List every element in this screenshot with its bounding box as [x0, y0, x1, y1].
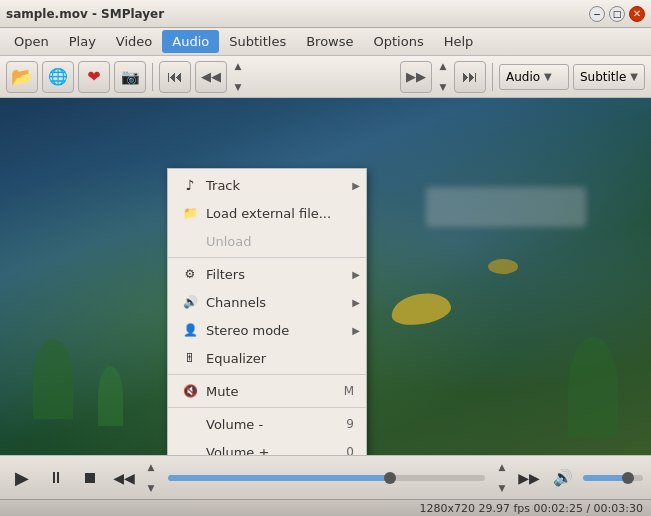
volume-button[interactable]: 🔊	[549, 464, 577, 492]
play-button[interactable]: ▶	[8, 464, 36, 492]
toolbar-screenshot-button[interactable]: 📷	[114, 61, 146, 93]
window-title: sample.mov - SMPlayer	[6, 7, 164, 21]
filters-icon: ⚙	[180, 264, 200, 284]
forward-dropdown[interactable]: ▲	[436, 56, 450, 76]
controls-next-icon: ▶▶	[518, 470, 540, 486]
toolbar-url-button[interactable]: 🌐	[42, 61, 74, 93]
seek-back-arrows: ▲ ▼	[144, 457, 158, 498]
seek-back-up[interactable]: ▲	[144, 457, 158, 477]
audio-menu-channels[interactable]: 🔊 Channels	[168, 288, 366, 316]
menu-play[interactable]: Play	[59, 30, 106, 53]
controls-bar: ▶ ⏸ ⏹ ◀◀ ▲ ▼ ▲ ▼ ▶▶ 🔊	[0, 455, 651, 499]
toolbar-open-button[interactable]: 📂	[6, 61, 38, 93]
menu-options[interactable]: Options	[364, 30, 434, 53]
rewind-dropdown2[interactable]: ▼	[231, 77, 245, 97]
audio-menu-unload: Unload	[168, 227, 366, 255]
fish-small-decoration	[488, 259, 518, 274]
toolbar-forward-button[interactable]: ▶▶	[400, 61, 432, 93]
pause-icon: ⏸	[48, 468, 64, 487]
load-icon: 📁	[180, 203, 200, 223]
seek-fwd-arrows: ▲ ▼	[495, 457, 509, 498]
time-total: 00:03:30	[594, 502, 643, 515]
menu-browse[interactable]: Browse	[296, 30, 363, 53]
plant-decoration-3	[568, 337, 618, 437]
seek-fwd-down[interactable]: ▼	[495, 478, 509, 498]
stop-icon: ⏹	[82, 468, 98, 487]
toolbar: 📂 🌐 ❤ 📷 ⏮ ◀◀ ▲ ▼ ▶▶ ▲ ▼ ⏭ Audio ▼	[0, 56, 651, 98]
equalizer-icon: 🎚	[180, 348, 200, 368]
titlebar: sample.mov - SMPlayer − □ ✕	[0, 0, 651, 28]
menu-subtitles[interactable]: Subtitles	[219, 30, 296, 53]
heart-icon: ❤	[87, 67, 100, 86]
rewind-icon: ◀◀	[201, 69, 221, 84]
controls-prev-button[interactable]: ◀◀	[110, 464, 138, 492]
audio-context-menu: ♪ Track 📁 Load external file... Unload ⚙…	[167, 168, 367, 455]
window-controls: − □ ✕	[589, 6, 645, 22]
audio-menu-volume-plus[interactable]: Volume + 0	[168, 438, 366, 455]
globe-icon: 🌐	[48, 67, 68, 86]
channels-icon: 🔊	[180, 292, 200, 312]
video-info-blur	[426, 187, 586, 227]
subtitle-dropdown-arrow: ▼	[630, 71, 638, 82]
audio-menu-divider-2	[168, 374, 366, 375]
audio-menu-divider-3	[168, 407, 366, 408]
forward-dropdown2[interactable]: ▼	[436, 77, 450, 97]
audio-dropdown[interactable]: Audio ▼	[499, 64, 569, 90]
mute-icon: 🔇	[180, 381, 200, 401]
audio-menu-track[interactable]: ♪ Track	[168, 171, 366, 199]
plant-decoration-2	[98, 366, 123, 426]
controls-prev-icon: ◀◀	[113, 470, 135, 486]
audio-menu-equalizer[interactable]: 🎚 Equalizer	[168, 344, 366, 372]
track-icon: ♪	[180, 175, 200, 195]
subtitle-dropdown-label: Subtitle	[580, 70, 626, 84]
play-icon: ▶	[15, 467, 29, 488]
unload-icon	[180, 231, 200, 251]
toolbar-favorites-button[interactable]: ❤	[78, 61, 110, 93]
resolution: 1280x720	[419, 502, 475, 515]
seek-handle[interactable]	[384, 472, 396, 484]
status-info: 1280x720 29.97 fps 00:02:25 / 00:03:30	[419, 502, 643, 515]
seek-fwd-up[interactable]: ▲	[495, 457, 509, 477]
toolbar-next-button[interactable]: ⏭	[454, 61, 486, 93]
volume-icon: 🔊	[553, 468, 573, 487]
maximize-button[interactable]: □	[609, 6, 625, 22]
minimize-button[interactable]: −	[589, 6, 605, 22]
toolbar-separator-2	[492, 63, 493, 91]
volume-handle[interactable]	[622, 472, 634, 484]
video-area: ♪ Track 📁 Load external file... Unload ⚙…	[0, 98, 651, 455]
time-current: 00:02:25	[533, 502, 582, 515]
seek-bar[interactable]	[168, 475, 485, 481]
menu-help[interactable]: Help	[434, 30, 484, 53]
toolbar-rewind-button[interactable]: ◀◀	[195, 61, 227, 93]
seek-back-down[interactable]: ▼	[144, 478, 158, 498]
audio-menu-stereo-mode[interactable]: 👤 Stereo mode	[168, 316, 366, 344]
audio-menu-load-external[interactable]: 📁 Load external file...	[168, 199, 366, 227]
plant-decoration	[33, 339, 73, 419]
forward-icon: ▶▶	[406, 69, 426, 84]
subtitle-dropdown[interactable]: Subtitle ▼	[573, 64, 645, 90]
rewind-dropdown[interactable]: ▲	[231, 56, 245, 76]
close-button[interactable]: ✕	[629, 6, 645, 22]
volume-plus-icon	[180, 442, 200, 455]
controls-next-button[interactable]: ▶▶	[515, 464, 543, 492]
folder-icon: 📂	[11, 66, 33, 87]
volume-bar[interactable]	[583, 475, 643, 481]
menu-audio[interactable]: Audio	[162, 30, 219, 53]
audio-menu-volume-minus[interactable]: Volume - 9	[168, 410, 366, 438]
camera-icon: 📷	[121, 68, 140, 86]
toolbar-prev-button[interactable]: ⏮	[159, 61, 191, 93]
audio-dropdown-arrow: ▼	[544, 71, 552, 82]
fish-decoration	[388, 289, 452, 329]
status-bar: 1280x720 29.97 fps 00:02:25 / 00:03:30	[0, 499, 651, 516]
fps: 29.97 fps	[478, 502, 530, 515]
stop-button[interactable]: ⏹	[76, 464, 104, 492]
pause-button[interactable]: ⏸	[42, 464, 70, 492]
audio-menu-filters[interactable]: ⚙ Filters	[168, 260, 366, 288]
audio-menu-divider-1	[168, 257, 366, 258]
menubar: Open Play Video Audio Subtitles Browse O…	[0, 28, 651, 56]
audio-menu-mute[interactable]: 🔇 Mute M	[168, 377, 366, 405]
menu-open[interactable]: Open	[4, 30, 59, 53]
stereo-icon: 👤	[180, 320, 200, 340]
audio-dropdown-label: Audio	[506, 70, 540, 84]
menu-video[interactable]: Video	[106, 30, 162, 53]
